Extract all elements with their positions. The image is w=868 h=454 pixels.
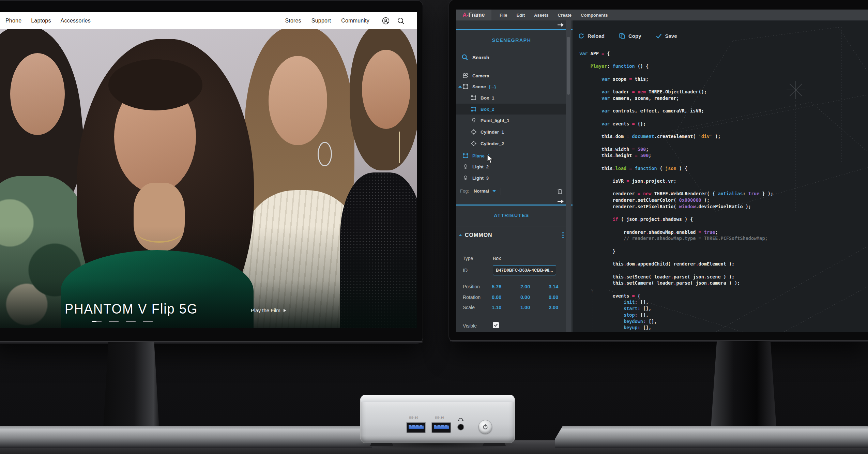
headphone-jack[interactable] bbox=[458, 424, 463, 430]
copy-button[interactable]: Copy bbox=[619, 33, 641, 39]
frame-icon bbox=[463, 84, 468, 89]
scale-y-field[interactable]: 1.00 bbox=[520, 305, 530, 310]
code-line: var loader = new THREE.ObjectLoader(); bbox=[579, 89, 773, 95]
code-line: var scope = this; bbox=[579, 76, 773, 82]
scale-x-field[interactable]: 1.10 bbox=[492, 305, 501, 310]
panel-scrollbar[interactable] bbox=[566, 20, 571, 332]
tree-node-cylinder-2[interactable]: Cylinder_2 bbox=[456, 138, 566, 149]
tree-node-label: Camera bbox=[472, 73, 489, 78]
fog-select[interactable]: Normal bbox=[474, 188, 489, 194]
menu-assets[interactable]: Assets bbox=[534, 13, 549, 18]
position-x-field[interactable]: 5.76 bbox=[492, 284, 501, 289]
nav-item-accessories[interactable]: Accessories bbox=[61, 18, 91, 24]
code-line: events = { bbox=[579, 293, 773, 299]
save-button[interactable]: Save bbox=[656, 33, 677, 39]
code-editor-pane[interactable]: Y Reload Copy bbox=[573, 20, 868, 332]
scale-z-field[interactable]: 2.00 bbox=[549, 305, 558, 310]
hero-headline: PHANTOM V Flip 5G bbox=[65, 301, 198, 317]
carousel-segment-2[interactable] bbox=[109, 321, 119, 322]
reload-button[interactable]: Reload bbox=[578, 33, 605, 39]
tree-node-light-2[interactable]: Light_2 bbox=[456, 161, 566, 172]
code-line bbox=[579, 82, 773, 89]
tree-node-box-2-selected[interactable]: Box_2 bbox=[456, 104, 566, 115]
menu-components[interactable]: Components bbox=[581, 13, 608, 18]
nav-item-laptops[interactable]: Laptops bbox=[31, 18, 51, 24]
tree-node-box-1[interactable]: Box_1 bbox=[456, 92, 566, 103]
code-line: if ( json.project.shadows ) { bbox=[579, 216, 773, 223]
search-input[interactable]: Search bbox=[472, 55, 489, 60]
tree-node-label: Cylinder_1 bbox=[481, 130, 504, 135]
right-monitor-edge bbox=[450, 340, 868, 342]
code-text[interactable]: var APP = { Player: function () { var sc… bbox=[579, 50, 773, 331]
copy-label: Copy bbox=[628, 33, 641, 39]
carousel-segment-1[interactable] bbox=[92, 321, 102, 322]
visible-checkbox[interactable] bbox=[493, 322, 499, 328]
section-menu-icon[interactable] bbox=[562, 232, 564, 238]
tree-node-cylinder-1[interactable]: Cylinder_1 bbox=[456, 126, 566, 137]
code-line: stop: [], bbox=[579, 312, 773, 318]
nav-item-community[interactable]: Community bbox=[341, 18, 369, 24]
collapse-attributes-arrow-icon[interactable] bbox=[557, 199, 564, 204]
rotation-x-field[interactable]: 0.00 bbox=[492, 294, 501, 300]
panel-scrollbar-thumb[interactable] bbox=[567, 37, 570, 95]
rotation-y-field[interactable]: 0.00 bbox=[520, 294, 530, 300]
usb-ss10-label: SS-10 bbox=[409, 416, 418, 419]
code-line: this.dom.appendChild( renderer.domElemen… bbox=[579, 261, 773, 267]
tree-node-plane-1-hovered[interactable]: Plane_1 bbox=[456, 150, 566, 161]
code-line: keydown: [], bbox=[579, 318, 773, 325]
divider bbox=[456, 227, 566, 227]
panel-search-icon[interactable] bbox=[461, 54, 468, 61]
usb-port-1[interactable] bbox=[406, 422, 426, 433]
code-line: var events = {}; bbox=[579, 121, 773, 127]
common-section-header[interactable]: COMMON bbox=[456, 230, 566, 241]
code-line: isVR = json.project.vr; bbox=[579, 178, 773, 184]
play-arrow-icon bbox=[284, 309, 286, 312]
nav-item-support[interactable]: Support bbox=[311, 18, 331, 24]
play-film-button[interactable]: Play the Film bbox=[251, 307, 286, 313]
tree-node-light-3[interactable]: Light_3 bbox=[456, 172, 566, 183]
camera-icon bbox=[463, 73, 468, 78]
light-bulb-icon bbox=[463, 175, 468, 181]
position-z-field[interactable]: 3.14 bbox=[549, 284, 558, 289]
fog-caret-icon[interactable] bbox=[492, 190, 496, 192]
website-navbar: Phone Laptops Accessories Stores Support… bbox=[0, 12, 417, 29]
aframe-logo[interactable]: A-Frame bbox=[456, 10, 491, 20]
delete-node-icon[interactable] bbox=[557, 188, 563, 194]
id-field[interactable]: B47D0BFC-D63A-4CBB-98... bbox=[493, 265, 556, 275]
carousel-segment-3[interactable] bbox=[126, 321, 136, 322]
code-line: this.width = 500; bbox=[579, 146, 773, 153]
hero-banner: PHANTOM V Flip 5G Play the Film bbox=[0, 29, 417, 328]
code-line bbox=[579, 70, 773, 76]
right-monitor-base bbox=[555, 426, 868, 448]
code-line: var camera, scene, renderer; bbox=[579, 95, 773, 102]
account-icon[interactable] bbox=[382, 17, 390, 25]
tree-node-scene[interactable]: Scene {...} bbox=[456, 81, 566, 92]
scenegraph-title: SCENEGRAPH bbox=[456, 37, 567, 43]
expand-caret-icon[interactable] bbox=[458, 86, 462, 88]
menu-edit[interactable]: Edit bbox=[516, 13, 525, 18]
collapse-panel-arrow-icon[interactable] bbox=[557, 22, 564, 27]
code-line bbox=[579, 242, 773, 248]
usb-ss10-label: SS-10 bbox=[435, 416, 444, 419]
rotation-z-field[interactable]: 0.00 bbox=[549, 294, 558, 300]
nav-item-phone[interactable]: Phone bbox=[5, 18, 21, 24]
power-button[interactable] bbox=[478, 420, 492, 434]
section-caret-icon[interactable] bbox=[459, 234, 462, 236]
position-y-field[interactable]: 2.00 bbox=[520, 284, 530, 289]
code-line: this.dom = document.createElement( 'div'… bbox=[579, 133, 773, 140]
tree-node-camera[interactable]: Camera bbox=[456, 70, 566, 81]
code-line: Player: function () { bbox=[579, 63, 773, 70]
carousel-segment-4[interactable] bbox=[143, 321, 153, 322]
usb-port-2[interactable] bbox=[431, 422, 451, 433]
right-monitor-stand bbox=[711, 341, 776, 428]
nav-item-stores[interactable]: Stores bbox=[285, 18, 301, 24]
fog-separator bbox=[501, 188, 501, 195]
search-icon[interactable] bbox=[397, 17, 405, 25]
tree-node-point-light-1[interactable]: Point_light_1 bbox=[456, 115, 566, 126]
tree-node-children-badge[interactable]: {...} bbox=[489, 84, 496, 89]
left-monitor-edge bbox=[0, 341, 423, 343]
position-row: Position 5.76 2.00 3.14 bbox=[456, 284, 566, 291]
code-line: start: [], bbox=[579, 305, 773, 312]
menu-create[interactable]: Create bbox=[558, 13, 572, 18]
menu-file[interactable]: File bbox=[500, 13, 507, 18]
